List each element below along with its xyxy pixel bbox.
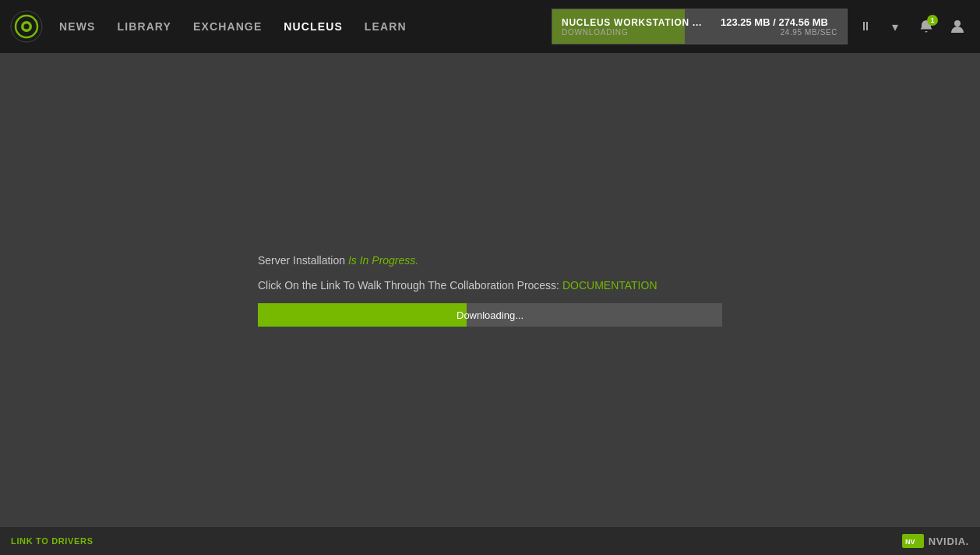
nav-news[interactable]: NEWS	[59, 20, 95, 33]
main-content: Server Installation Is In Progress. Clic…	[0, 53, 980, 527]
app-logo[interactable]	[9, 9, 44, 44]
main-progress-fill	[258, 303, 467, 327]
header-download-status: DOWNLOADING	[562, 28, 711, 37]
header-controls: ⏸ ▾	[854, 15, 907, 38]
header-download-size: 123.25 MB / 274.56 MB	[721, 16, 837, 28]
nav-exchange[interactable]: EXCHANGE	[193, 20, 262, 33]
nav-learn[interactable]: LEARN	[365, 20, 407, 33]
header-download-title: NUCLEUS WORKSTATION ...	[562, 17, 711, 28]
header-download-info: NUCLEUS WORKSTATION ... DOWNLOADING	[552, 14, 721, 40]
header-download-bar: NUCLEUS WORKSTATION ... DOWNLOADING 123.…	[552, 9, 848, 44]
install-status-line2: Click On the Link To Walk Through The Co…	[258, 278, 657, 292]
notification-button[interactable]: 1	[913, 13, 939, 40]
link-to-drivers[interactable]: LINK TO DRIVERS	[11, 536, 93, 546]
nav-nucleus[interactable]: NUCLEUS	[284, 20, 343, 33]
header-icons: 1	[913, 13, 971, 40]
install-status-line1: Server Installation Is In Progress.	[258, 253, 418, 267]
main-progress-bar: Downloading...	[258, 303, 722, 327]
nav-library[interactable]: LIBRARY	[117, 20, 171, 33]
user-button[interactable]	[944, 13, 971, 40]
svg-point-4	[954, 20, 961, 27]
main-progress-label: Downloading...	[457, 309, 523, 321]
pause-button[interactable]: ⏸	[854, 15, 877, 38]
documentation-link[interactable]: DOCUMENTATION	[562, 279, 657, 292]
center-panel: Server Installation Is In Progress. Clic…	[258, 253, 722, 327]
navbar: NEWS LIBRARY EXCHANGE NUCLEUS LEARN NUCL…	[0, 0, 980, 53]
svg-point-3	[24, 24, 30, 30]
nav-links: NEWS LIBRARY EXCHANGE NUCLEUS LEARN	[59, 20, 552, 33]
nvidia-logo: NV NVIDIA.	[902, 534, 969, 548]
notification-badge: 1	[927, 15, 938, 26]
expand-button[interactable]: ▾	[883, 15, 907, 38]
svg-text:NV: NV	[905, 538, 915, 546]
footer: LINK TO DRIVERS NV NVIDIA.	[0, 527, 980, 555]
nvidia-text: NVIDIA.	[929, 536, 969, 547]
header-download-speed: 24.95 MB/SEC	[721, 28, 837, 37]
